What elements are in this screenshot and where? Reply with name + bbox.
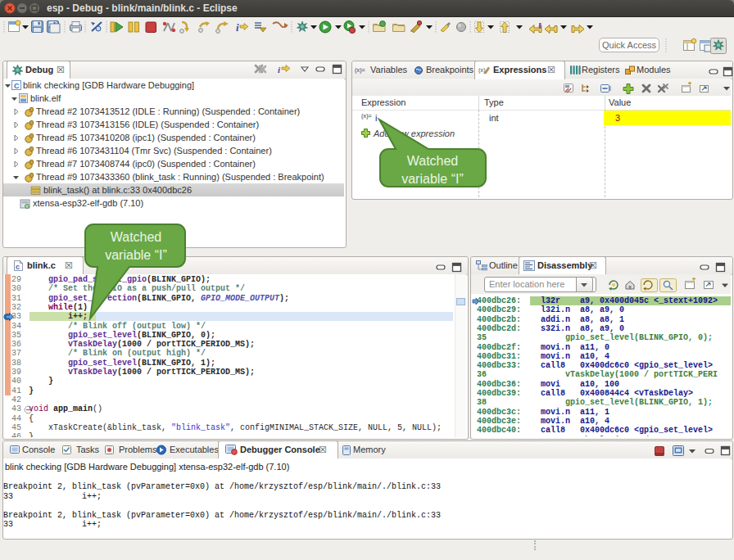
svg-text:variable “I”: variable “I”: [401, 172, 464, 186]
svg-text:Watched: Watched: [111, 230, 162, 244]
svg-text:Watched: Watched: [407, 154, 459, 168]
svg-text:(x)=: (x)=: [355, 67, 365, 74]
svg-text:(x): (x): [478, 67, 486, 74]
svg-text:c: c: [16, 263, 20, 271]
svg-text:i: i: [236, 21, 239, 34]
svg-text:variable “I”: variable “I”: [105, 248, 167, 262]
svg-text:C: C: [14, 82, 20, 90]
svg-text:i: i: [278, 65, 281, 75]
